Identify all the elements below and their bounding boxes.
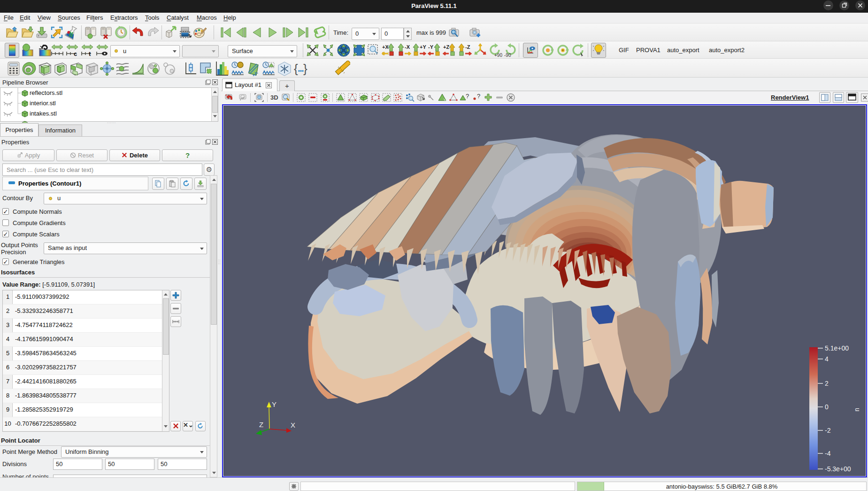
svg-text:c: c (74, 50, 77, 57)
svg-text:4: 4 (825, 355, 829, 363)
svg-text:+Z: +Z (443, 44, 449, 50)
svg-text:+90: +90 (494, 53, 502, 57)
svg-text:u: u (854, 408, 861, 412)
svg-text:-Y: -Y (428, 44, 434, 50)
svg-text:-2: -2 (825, 427, 831, 434)
svg-text:-5.3e+00: -5.3e+00 (825, 465, 851, 473)
svg-text:Z: Z (259, 421, 263, 429)
svg-text:0: 0 (825, 403, 829, 411)
svg-text:?: ? (466, 93, 469, 100)
svg-text:+X: +X (382, 44, 389, 50)
svg-text:-4: -4 (825, 450, 831, 457)
svg-text:}: } (303, 62, 307, 76)
svg-text:Y: Y (272, 400, 277, 408)
svg-text:{: { (294, 62, 298, 76)
svg-text:-90: -90 (504, 53, 511, 57)
svg-text:-X: -X (405, 44, 410, 50)
svg-text:2: 2 (825, 380, 829, 387)
svg-text:?: ? (477, 93, 480, 100)
svg-text:-Z: -Z (465, 44, 470, 50)
svg-text:+Y: +Y (420, 44, 426, 50)
svg-text:X: X (291, 421, 295, 429)
svg-text:5.1e+00: 5.1e+00 (825, 344, 849, 352)
svg-text:t: t (89, 50, 91, 57)
